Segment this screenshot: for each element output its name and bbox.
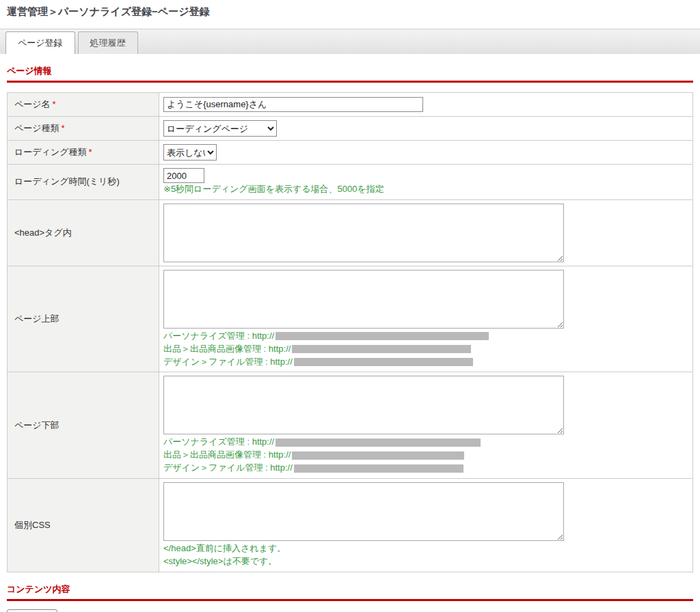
page-top-link-notes: パーソナライズ管理 : http:// 出品＞出品商品画像管理 : http:/… — [163, 330, 688, 369]
link-note-line: パーソナライズ管理 : http:// — [163, 436, 688, 449]
form-row-loading-type: ローディング種類* 表示しない — [8, 141, 693, 165]
main-content: ページ情報 ページ名* ページ種類* ローディングページ ローディング種類* — [0, 65, 700, 612]
form-row-head-tag: <head>タグ内 — [8, 199, 693, 266]
form-row-custom-css: 個別CSS </head>直前に挿入されます。 <style></style>は… — [8, 478, 693, 572]
loading-type-select[interactable]: 表示しない — [163, 144, 217, 161]
loading-time-input[interactable] — [163, 168, 204, 183]
form-row-page-name: ページ名* — [8, 93, 693, 117]
page-top-label: ページ上部 — [14, 314, 59, 324]
page-bottom-label: ページ下部 — [14, 420, 59, 430]
breadcrumb: 運営管理＞パーソナライズ登録−ページ登録 — [0, 0, 700, 25]
redacted-url-bar — [292, 451, 464, 460]
tab-page-register[interactable]: ページ登録 — [5, 31, 75, 54]
page-type-select[interactable]: ローディングページ — [163, 120, 277, 137]
loading-time-note: ※5秒間ローディング画面を表示する場合、5000を指定 — [163, 183, 688, 196]
loading-type-label: ローディング種類 — [14, 147, 87, 157]
page-bottom-textarea[interactable] — [163, 376, 564, 434]
link-note-line: デザイン＞ファイル管理 : http:// — [163, 462, 688, 475]
redacted-url-bar — [275, 439, 481, 447]
required-mark: * — [89, 147, 92, 157]
link-note-line: 出品＞出品商品画像管理 : http:// — [163, 343, 688, 356]
section-divider — [7, 599, 693, 601]
head-tag-textarea[interactable] — [163, 204, 564, 262]
form-row-page-bottom: ページ下部 パーソナライズ管理 : http:// 出品＞出品商品画像管理 : … — [8, 372, 693, 479]
head-tag-label: <head>タグ内 — [14, 227, 72, 238]
tab-history[interactable]: 処理履歴 — [78, 31, 138, 54]
page-bottom-link-notes: パーソナライズ管理 : http:// 出品＞出品商品画像管理 : http:/… — [163, 436, 688, 475]
page-name-label: ページ名 — [14, 99, 51, 109]
required-mark: * — [53, 99, 56, 109]
page-type-label: ページ種類 — [14, 123, 59, 133]
css-note-line: <style></style>は不要です。 — [163, 555, 688, 568]
loading-time-label: ローディング時間(ミリ秒) — [14, 176, 120, 186]
form-row-loading-time: ローディング時間(ミリ秒) ※5秒間ローディング画面を表示する場合、5000を指… — [8, 165, 693, 200]
section-title-page-info: ページ情報 — [7, 65, 693, 77]
custom-css-label: 個別CSS — [14, 520, 51, 530]
redacted-url-bar — [294, 464, 463, 473]
link-note-line: パーソナライズ管理 : http:// — [163, 330, 688, 343]
section-title-contents: コンテンツ内容 — [7, 583, 693, 596]
link-note-line: デザイン＞ファイル管理 : http:// — [163, 356, 688, 369]
redacted-url-bar — [294, 358, 473, 366]
section-divider — [7, 81, 693, 83]
page-name-input[interactable] — [163, 97, 423, 112]
page-info-form: ページ名* ページ種類* ローディングページ ローディング種類* 表示しない — [7, 92, 693, 572]
custom-css-textarea[interactable] — [163, 482, 564, 541]
css-note-line: </head>直前に挿入されます。 — [163, 542, 688, 555]
custom-css-notes: </head>直前に挿入されます。 <style></style>は不要です。 — [163, 542, 688, 568]
form-row-page-top: ページ上部 パーソナライズ管理 : http:// 出品＞出品商品画像管理 : … — [8, 266, 693, 372]
page-top-textarea[interactable] — [163, 270, 564, 329]
new-register-button[interactable]: 新規登録 — [7, 609, 57, 612]
required-mark: * — [62, 123, 65, 133]
redacted-url-bar — [275, 332, 489, 340]
redacted-url-bar — [292, 345, 471, 353]
tab-bar: ページ登録 処理履歴 — [0, 29, 700, 54]
form-row-page-type: ページ種類* ローディングページ — [8, 117, 693, 141]
link-note-line: 出品＞出品商品画像管理 : http:// — [163, 449, 688, 462]
